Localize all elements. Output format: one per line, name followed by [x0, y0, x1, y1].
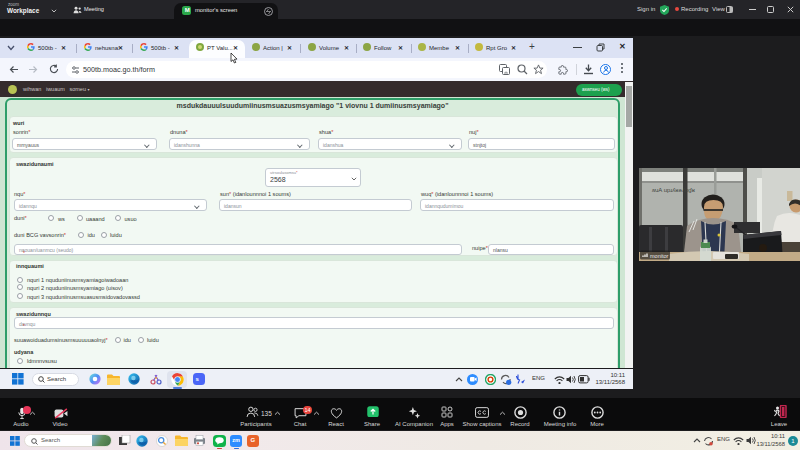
svg-text:monitor: monitor — [650, 253, 669, 259]
svg-text:ʍɹA upɹʎʁǝʎʊɠʁ: ʍɹA upɹʎʁǝʎʊɠʁ — [652, 187, 696, 193]
